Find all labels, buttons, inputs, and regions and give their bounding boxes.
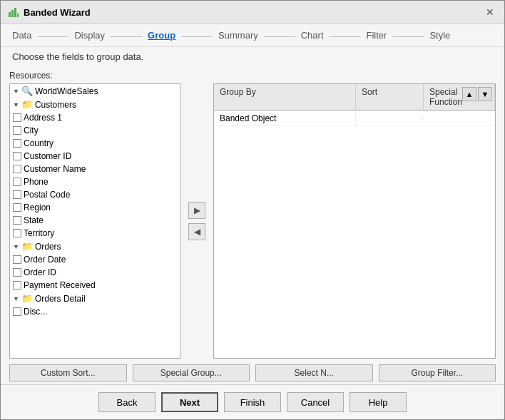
step-filter[interactable]: Filter — [367, 30, 387, 41]
move-down-button[interactable]: ▼ — [478, 87, 492, 101]
orderid-checkbox[interactable] — [13, 268, 21, 277]
payment-label: Payment Received — [24, 280, 96, 290]
action-buttons-row: Custom Sort... Special Group... Select N… — [9, 362, 496, 384]
tree-customerid[interactable]: Customer ID — [10, 150, 180, 163]
table-row[interactable]: Banded Object — [214, 111, 495, 126]
next-button[interactable]: Next — [161, 392, 218, 412]
banded-wizard-dialog: Banded Wizard ✕ Data ———— Display ———— G… — [0, 0, 505, 420]
close-button[interactable]: ✕ — [483, 5, 497, 19]
country-checkbox[interactable] — [13, 139, 21, 148]
group-filter-button[interactable]: Group Filter... — [379, 364, 496, 381]
custom-sort-button[interactable]: Custom Sort... — [9, 364, 127, 381]
country-label: Country — [24, 138, 53, 148]
step-summary[interactable]: Summary — [218, 30, 258, 41]
content-area: ▼ 🔍 WorldWideSales ▼ 📁 Customers Address… — [9, 83, 496, 359]
tree-payment[interactable]: Payment Received — [10, 279, 180, 292]
region-checkbox[interactable] — [13, 203, 21, 212]
col-groupby-header: Group By — [214, 84, 356, 110]
back-button[interactable]: Back — [98, 392, 155, 412]
orderdate-checkbox[interactable] — [13, 255, 21, 264]
special-group-button[interactable]: Special Group... — [133, 364, 250, 381]
move-right-button[interactable]: ▶ — [188, 202, 205, 219]
expand-icon: ▼ — [13, 88, 19, 95]
svg-rect-3 — [17, 14, 19, 17]
tree-customername[interactable]: Customer Name — [10, 163, 180, 175]
orderid-label: Order ID — [24, 267, 56, 277]
expand-orders-icon: ▼ — [13, 243, 19, 250]
disc-label: Disc... — [24, 307, 47, 317]
svg-rect-1 — [11, 10, 14, 17]
finish-button[interactable]: Finish — [224, 392, 281, 412]
folder-icon: 📁 — [21, 99, 33, 110]
customername-label: Customer Name — [24, 164, 86, 174]
ordersdetail-folder-icon: 📁 — [21, 293, 33, 304]
middle-arrows: ▶ ◀ — [186, 83, 208, 359]
address1-checkbox[interactable] — [13, 113, 21, 122]
tree-postalcode[interactable]: Postal Code — [10, 188, 180, 201]
customerid-label: Customer ID — [24, 151, 71, 161]
col-sort-header: Sort — [356, 84, 424, 110]
tree-orderdate[interactable]: Order Date — [10, 253, 180, 266]
help-button[interactable]: Help — [350, 392, 407, 412]
up-down-arrows: ▲ ▼ — [459, 84, 495, 104]
groupby-cell: Banded Object — [214, 112, 356, 125]
state-checkbox[interactable] — [13, 216, 21, 225]
tree-panel[interactable]: ▼ 🔍 WorldWideSales ▼ 📁 Customers Address… — [9, 83, 180, 359]
payment-checkbox[interactable] — [13, 281, 21, 290]
tree-disc[interactable]: Disc... — [10, 305, 180, 318]
tree-phone[interactable]: Phone — [10, 175, 180, 188]
grid-header: Group By Sort Special Function ▲ ▼ — [214, 84, 495, 111]
special-cell — [424, 117, 495, 120]
step-group[interactable]: Group — [148, 30, 175, 41]
tree-region[interactable]: Region — [10, 201, 180, 214]
resources-label: Resources: — [9, 71, 496, 81]
instruction-text: Choose the fields to group data. — [1, 47, 504, 68]
tree-territory[interactable]: Territory — [10, 227, 180, 240]
territory-label: Territory — [24, 228, 54, 238]
region-label: Region — [24, 203, 51, 212]
tree-customers[interactable]: ▼ 📁 Customers — [10, 98, 180, 111]
move-left-button[interactable]: ◀ — [188, 223, 205, 240]
step-display[interactable]: Display — [74, 30, 105, 41]
move-up-button[interactable]: ▲ — [462, 87, 476, 101]
cancel-button[interactable]: Cancel — [287, 392, 344, 412]
disc-checkbox[interactable] — [13, 307, 21, 316]
step-data[interactable]: Data — [12, 30, 31, 41]
orders-label: Orders — [35, 242, 61, 252]
svg-rect-2 — [14, 8, 16, 17]
dialog-title: Banded Wizard — [24, 7, 91, 18]
orderdate-label: Order Date — [24, 255, 66, 265]
tree-state[interactable]: State — [10, 214, 180, 227]
tree-orders[interactable]: ▼ 📁 Orders — [10, 240, 180, 253]
sort-cell — [356, 117, 424, 120]
customername-checkbox[interactable] — [13, 165, 21, 173]
main-content: Resources: ▼ 🔍 WorldWideSales ▼ 📁 Custom… — [1, 68, 504, 384]
tree-country[interactable]: Country — [10, 137, 180, 150]
wizard-steps: Data ———— Display ———— Group ———— Summar… — [1, 24, 504, 47]
select-n-button[interactable]: Select N... — [255, 364, 373, 381]
phone-checkbox[interactable] — [13, 178, 21, 186]
titlebar-left: Banded Wizard — [8, 6, 91, 18]
tree-ordersdetail[interactable]: ▼ 📁 Orders Detail — [10, 292, 180, 305]
tree-city[interactable]: City — [10, 124, 180, 137]
svg-rect-0 — [9, 12, 11, 17]
customerid-checkbox[interactable] — [13, 152, 21, 160]
step-style[interactable]: Style — [429, 30, 450, 41]
postalcode-label: Postal Code — [24, 190, 70, 200]
state-label: State — [24, 215, 44, 225]
phone-label: Phone — [24, 177, 49, 187]
search-icon: 🔍 — [21, 86, 33, 96]
tree-orderid[interactable]: Order ID — [10, 266, 180, 279]
tree-address1[interactable]: Address 1 — [10, 111, 180, 124]
wizard-icon — [8, 6, 19, 18]
step-chart[interactable]: Chart — [301, 30, 324, 41]
territory-checkbox[interactable] — [13, 229, 21, 237]
customers-label: Customers — [35, 100, 76, 110]
city-label: City — [24, 126, 39, 135]
postalcode-checkbox[interactable] — [13, 190, 21, 199]
footer: Back Next Finish Cancel Help — [1, 384, 504, 419]
address1-label: Address 1 — [24, 113, 62, 123]
city-checkbox[interactable] — [13, 126, 21, 135]
tree-root[interactable]: ▼ 🔍 WorldWideSales — [10, 84, 180, 98]
expand-customers-icon: ▼ — [13, 101, 19, 108]
